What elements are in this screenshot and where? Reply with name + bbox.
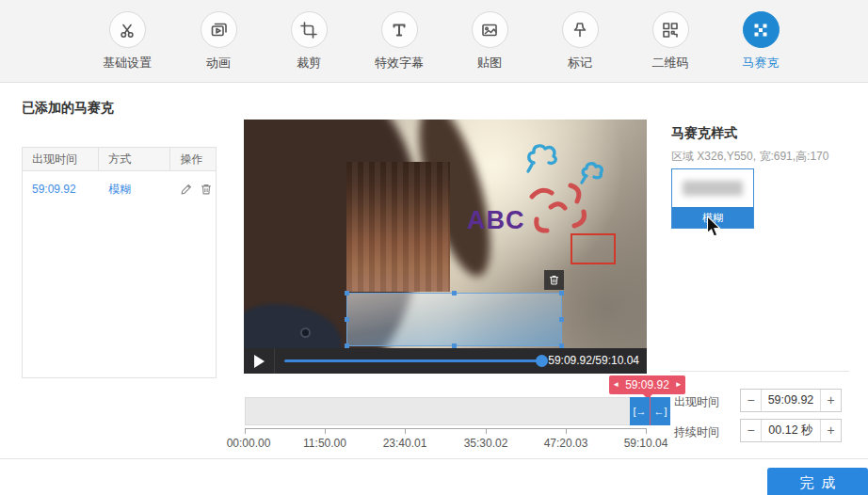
tab-animation[interactable]: 动画 <box>173 11 264 72</box>
tab-label: 基础设置 <box>82 55 172 72</box>
play-button[interactable] <box>244 348 275 374</box>
tab-text-effects[interactable]: 特效字幕 <box>354 11 444 72</box>
mosaic-selection-box[interactable] <box>346 293 562 346</box>
appear-time-minus-button[interactable]: − <box>741 390 762 411</box>
player-time: 59:09.92/59:10.04 <box>548 354 639 367</box>
badge-left-arrow-icon[interactable]: ◄ <box>612 381 619 389</box>
pin-icon <box>562 11 599 48</box>
video-content-button <box>300 327 311 338</box>
appear-time-value[interactable]: 59:09.92 <box>762 390 820 411</box>
progress-bar[interactable] <box>284 359 541 362</box>
mosaic-icon <box>743 11 780 48</box>
sticker-icon <box>472 11 508 48</box>
progress-knob[interactable] <box>536 355 548 367</box>
mosaic-style-title: 马赛克样式 <box>671 125 737 142</box>
animation-icon <box>201 11 237 48</box>
mosaic-pixelated-region <box>346 162 450 292</box>
badge-right-arrow-icon[interactable]: ► <box>675 381 683 389</box>
done-button[interactable]: 完成 <box>767 468 868 495</box>
tab-label: 贴图 <box>444 55 535 72</box>
video-frame: ABC <box>244 120 647 348</box>
trash-icon <box>548 274 560 286</box>
row-appear-time: 59:09.92 <box>23 183 99 196</box>
timeline-time-badge[interactable]: ◄ 59:09.92 ► <box>609 375 685 394</box>
appear-time-plus-button[interactable]: + <box>820 390 841 411</box>
red-scribble-icon <box>532 185 585 231</box>
table-header-row: 出现时间 方式 操作 <box>23 148 216 171</box>
trim-start-handle[interactable]: [→ <box>630 397 650 425</box>
play-icon <box>253 355 265 368</box>
player-controls: 59:09.92/59:10.04 <box>244 348 647 374</box>
badge-time: 59:09.92 <box>625 378 669 391</box>
right-panel-divider <box>670 371 849 372</box>
delete-icon[interactable] <box>200 183 213 196</box>
mosaic-table: 出现时间 方式 操作 59:09.92 模糊 <box>22 147 217 378</box>
text-overlay: ABC <box>467 206 525 235</box>
edit-icon[interactable] <box>180 183 193 196</box>
tab-crop[interactable]: 裁剪 <box>264 11 354 72</box>
crop-icon <box>291 11 328 48</box>
region-info: 区域 X326,Y550, 宽:691,高:170 <box>671 149 828 165</box>
top-toolbar: 基础设置 动画 裁剪 特效字幕 贴图 标记 二维码 <box>0 0 868 83</box>
tab-label: 裁剪 <box>264 55 354 72</box>
col-method: 方式 <box>99 148 170 170</box>
row-operations <box>170 183 216 196</box>
tab-label: 马赛克 <box>715 55 806 72</box>
timeline-labels: 00:00.00 11:50.00 23:40.01 35:30.02 47:2… <box>245 437 647 450</box>
red-mark-rectangle <box>571 233 616 264</box>
duration-label: 持续时间 <box>674 424 719 440</box>
duration-value[interactable]: 00.12 秒 <box>762 420 820 441</box>
blur-preview-thumb <box>683 181 743 196</box>
video-preview: ABC 59:09.92/59:10.04 <box>244 120 647 374</box>
tab-mark[interactable]: 标记 <box>535 11 625 72</box>
duration-stepper: − 00.12 秒 + <box>740 419 842 442</box>
duration-minus-button[interactable]: − <box>741 420 762 441</box>
tick-label: 47:20.03 <box>544 437 588 450</box>
tick-label: 23:40.01 <box>383 437 427 450</box>
tab-qrcode[interactable]: 二维码 <box>625 11 715 72</box>
blue-scribble-icon <box>528 146 602 183</box>
timeline-track[interactable] <box>245 397 647 425</box>
col-operation: 操作 <box>170 148 216 170</box>
row-method: 模糊 <box>99 182 170 198</box>
duration-plus-button[interactable]: + <box>820 420 841 441</box>
tick-label: 00:00.00 <box>227 437 271 450</box>
tab-label: 标记 <box>535 55 625 72</box>
timeline-ruler <box>245 428 647 434</box>
appear-time-stepper: − 59:09.92 + <box>740 389 842 412</box>
tab-label: 特效字幕 <box>354 55 444 72</box>
style-preview <box>672 169 753 207</box>
tab-label: 二维码 <box>625 55 715 72</box>
delete-selection-button[interactable] <box>544 270 564 290</box>
scissors-icon <box>109 11 146 48</box>
added-mosaics-title: 已添加的马赛克 <box>22 100 114 117</box>
tick-label: 59:10.04 <box>624 437 668 450</box>
mouse-cursor-icon <box>705 216 722 237</box>
tab-label: 动画 <box>173 55 264 72</box>
tab-mosaic[interactable]: 马赛克 <box>715 11 806 72</box>
tab-sticker[interactable]: 贴图 <box>444 11 535 72</box>
col-appear-time: 出现时间 <box>23 148 99 170</box>
tab-basic-settings[interactable]: 基础设置 <box>82 11 172 72</box>
text-effect-icon <box>381 11 418 48</box>
tick-label: 11:50.00 <box>303 437 346 450</box>
appear-time-label: 出现时间 <box>674 394 719 410</box>
footer-divider <box>0 458 868 459</box>
trim-end-handle[interactable]: ←] <box>651 397 670 425</box>
tick-label: 35:30.02 <box>464 437 508 450</box>
qrcode-icon <box>652 11 689 48</box>
table-row: 59:09.92 模糊 <box>23 171 216 207</box>
